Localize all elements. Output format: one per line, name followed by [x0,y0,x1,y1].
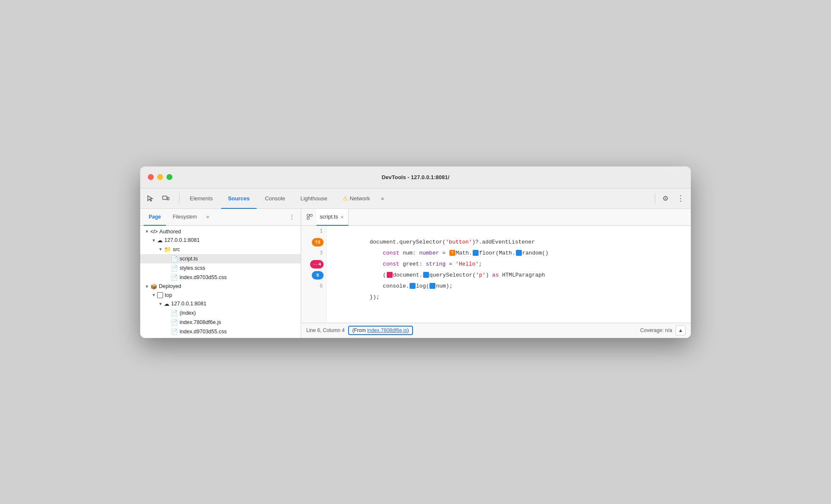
editor-tab-script-ts[interactable]: script.ts × [316,209,349,226]
tree-item-authored[interactable]: ▼ </> Authored [140,227,301,236]
expand-icon: ▲ [678,327,683,333]
sub-tabs-more-options[interactable]: ⋮ [286,212,297,222]
close-tab-button[interactable]: × [341,214,344,220]
line-badge-2[interactable]: ?2 [301,237,326,248]
tree-arrow-top: ▼ [150,293,157,297]
folder-icon: 📁 [164,246,171,253]
cloud-icon: ☁ [157,237,163,244]
line-num-3: 3 [301,250,326,256]
line-num-row-6: 6 [301,281,326,292]
cursor-position: Line 6, Column 4 [306,327,345,333]
cube-icon: 📦 [150,283,157,290]
left-panel: Page Filesystem » ⋮ ▼ </> Authored ▼ ☁ [140,209,301,338]
js-file-icon: 📄 [171,319,178,326]
index-css2-label: index.d9703d55.css [180,329,227,335]
tab-console[interactable]: Console [258,188,292,209]
inline-badge-4b [423,272,429,278]
device-toggle-button[interactable] [159,191,172,205]
inspect-element-button[interactable] [144,191,157,205]
sub-tab-page[interactable]: Page [144,209,166,226]
line-num-6: 6 [301,283,326,289]
typescript-file-icon: 📄 [171,255,178,262]
close-button[interactable] [148,174,154,180]
sub-tabs-bar: Page Filesystem » ⋮ [140,209,301,226]
tab-elements[interactable]: Elements [183,188,219,209]
svg-rect-3 [310,214,312,216]
source-map-badge: (From index.7808df6e.js) [348,326,413,335]
editor-tab-filename: script.ts [320,214,338,220]
code-content[interactable]: document.querySelector('button')?.addEve… [327,226,691,323]
more-sub-tabs-button[interactable]: » [204,212,212,222]
styles-scss-label: styles.scss [180,265,205,271]
code-line-1: document.querySelector('button')?.addEve… [330,226,691,237]
host2-label: 127.0.0.1:8081 [171,301,206,307]
coverage-label: Coverage: n/a [640,327,672,333]
window-title: DevTools - 127.0.0.1:8081/ [382,174,449,180]
navigator-back-button[interactable] [305,212,315,222]
maximize-button[interactable] [166,174,172,180]
minimize-button[interactable] [157,174,163,180]
tree-item-host1[interactable]: ▼ ☁ 127.0.0.1:8081 [140,236,301,245]
cursor-icon [147,194,154,202]
tree-item-styles-scss[interactable]: ▶ 📄 styles.scss [140,263,301,273]
tree-item-top[interactable]: ▼ top [140,291,301,299]
devtools-window: DevTools - 127.0.0.1:8081/ Elements Sour… [140,166,691,338]
host1-label: 127.0.0.1:8081 [164,237,199,243]
inline-badge-5b [429,283,435,289]
css-file-icon-1: 📄 [171,274,178,281]
line-badge-5[interactable]: 5 [301,270,326,281]
more-tabs-button[interactable]: » [379,188,387,209]
breakpoint-badge-4: ··4 [310,260,324,269]
main-content: Page Filesystem » ⋮ ▼ </> Authored ▼ ☁ [140,209,691,338]
tree-arrow-src: ▼ [157,247,164,252]
square-icon [157,292,163,298]
line-num-row-2: ?2 [301,237,326,248]
inline-badge-2b [473,250,479,256]
cloud-icon-2: ☁ [164,301,169,307]
settings-button[interactable]: ⚙ [659,191,672,205]
index-html-label: (index) [180,310,196,316]
top-label: top [165,292,172,298]
breakpoint-badge-2: ?2 [312,238,324,246]
tree-arrow-authored: ▼ [144,229,150,234]
tab-lighthouse[interactable]: Lighthouse [294,188,334,209]
line-num-row-1: 1 [301,226,326,237]
right-panel: script.ts × 1 ?2 [301,209,691,338]
scss-file-icon: 📄 [171,265,178,271]
toolbar-divider-right [655,193,655,203]
script-ts-label: script.ts [180,256,198,262]
source-map-link[interactable]: index.7808df6e.js [367,327,407,333]
line-badge-4[interactable]: ··4 [301,259,326,270]
device-icon [162,194,169,202]
tab-network[interactable]: ⚠ Network [336,188,377,209]
authored-label: Authored [159,229,181,235]
sub-tab-filesystem[interactable]: Filesystem [168,209,202,226]
tree-item-index-js[interactable]: ▶ 📄 index.7808df6e.js [140,318,301,327]
tab-sources[interactable]: Sources [221,188,256,209]
window-controls [148,174,172,180]
more-options-button[interactable]: ⋮ [674,191,687,205]
tree-arrow-host1: ▼ [150,238,157,243]
navigator-icon [307,214,313,220]
inline-badge-5a [410,283,416,289]
index-css1-label: index.d9703d55.css [180,274,227,280]
inline-badge-2a: ? [449,250,455,256]
tree-item-host2[interactable]: ▼ ☁ 127.0.0.1:8081 [140,299,301,308]
svg-rect-2 [307,214,309,216]
titlebar: DevTools - 127.0.0.1:8081/ [140,166,691,188]
coverage-expand-button[interactable]: ▲ [676,325,686,335]
tree-item-script-ts[interactable]: ▶ 📄 script.ts [140,254,301,263]
tree-item-deployed[interactable]: ▼ 📦 Deployed [140,282,301,291]
tree-item-src[interactable]: ▼ 📁 src [140,245,301,254]
tree-item-index-css1[interactable]: ▶ 📄 index.d9703d55.css [140,273,301,282]
tree-arrow-deployed: ▼ [144,284,150,289]
line-numbers: 1 ?2 3 ··4 [301,226,327,323]
editor-tabs-bar: script.ts × [301,209,691,226]
tree-item-index-css2[interactable]: ▶ 📄 index.d9703d55.css [140,327,301,336]
tree-item-index-html[interactable]: ▶ 📄 (index) [140,308,301,318]
inline-badge-4a [387,272,393,278]
warning-icon: ⚠ [343,195,348,202]
deployed-label: Deployed [159,283,181,289]
status-bar: Line 6, Column 4 (From index.7808df6e.js… [301,323,691,338]
toolbar-icons [144,191,172,205]
